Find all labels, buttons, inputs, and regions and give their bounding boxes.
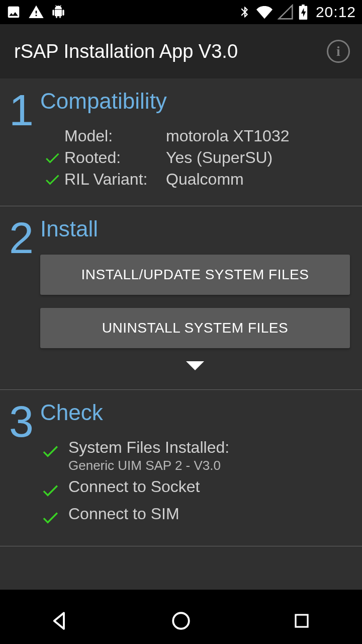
status-bar: 20:12	[0, 0, 362, 24]
bottom-gap	[0, 590, 362, 598]
picture-icon	[6, 5, 21, 20]
row-label: Rooted:	[64, 148, 166, 167]
section-compatibility: 1 Compatibility Model: motorola XT1032 R…	[0, 78, 362, 206]
uninstall-button[interactable]: UNINSTALL SYSTEM FILES	[40, 308, 350, 348]
check-connect-socket: Connect to Socket	[40, 477, 350, 501]
info-icon[interactable]: i	[327, 40, 350, 63]
row-value: Qualcomm	[166, 170, 244, 189]
section-title: Check	[40, 400, 350, 425]
step-number: 2	[9, 220, 40, 256]
svg-rect-1	[296, 615, 308, 627]
android-debug-icon	[51, 5, 65, 19]
spacer	[0, 546, 362, 590]
status-time: 20:12	[316, 4, 356, 21]
row-model: Model: motorola XT1032	[40, 127, 350, 145]
section-title: Compatibility	[40, 89, 350, 114]
check-system-files: System Files Installed: Generic UIM SAP …	[40, 438, 350, 473]
step-number: 1	[9, 93, 40, 128]
check-text: Connect to Socket	[68, 477, 200, 496]
check-icon	[40, 477, 68, 501]
section-check: 3 Check System Files Installed: Generic …	[0, 390, 362, 546]
section-install: 2 Install INSTALL/UPDATE SYSTEM FILES UN…	[0, 206, 362, 390]
check-icon	[40, 505, 68, 528]
svg-point-0	[173, 613, 189, 629]
row-value: Yes (SuperSU)	[166, 148, 273, 167]
recent-apps-button[interactable]	[272, 612, 332, 630]
wifi-icon	[256, 4, 273, 20]
section-title: Install	[40, 216, 350, 242]
check-text: Connect to SIM	[68, 505, 179, 523]
check-icon	[40, 438, 68, 461]
warning-icon	[28, 4, 44, 20]
check-subtext: Generic UIM SAP 2 - V3.0	[68, 458, 229, 473]
row-value: motorola XT1032	[166, 127, 289, 145]
step-number: 3	[9, 404, 40, 439]
cell-signal-icon	[278, 4, 294, 20]
check-icon	[40, 149, 64, 167]
navigation-bar	[0, 598, 362, 644]
battery-charging-icon	[299, 5, 308, 20]
row-ril-variant: RIL Variant: Qualcomm	[40, 170, 350, 189]
row-label: RIL Variant:	[64, 170, 166, 189]
home-button[interactable]	[151, 610, 211, 631]
expand-more-icon[interactable]	[186, 361, 204, 373]
install-update-button[interactable]: INSTALL/UPDATE SYSTEM FILES	[40, 255, 350, 295]
check-connect-sim: Connect to SIM	[40, 505, 350, 528]
main-content: 1 Compatibility Model: motorola XT1032 R…	[0, 78, 362, 590]
app-bar: rSAP Installation App V3.0 i	[0, 24, 362, 78]
row-rooted: Rooted: Yes (SuperSU)	[40, 148, 350, 167]
bluetooth-icon	[238, 6, 251, 19]
check-icon	[40, 171, 64, 189]
check-text: System Files Installed:	[68, 438, 229, 457]
app-title: rSAP Installation App V3.0	[14, 41, 238, 62]
row-label: Model:	[64, 127, 166, 145]
back-button[interactable]	[30, 610, 90, 631]
